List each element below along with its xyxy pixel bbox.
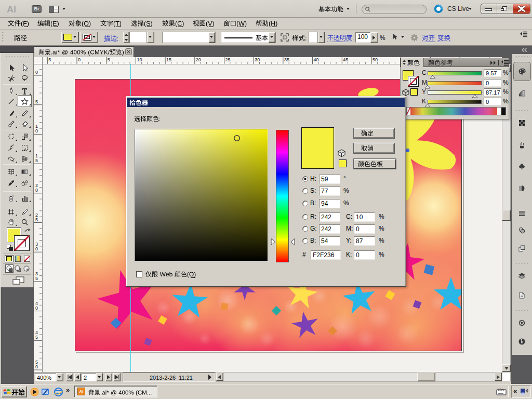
svg-text:10: 10 [137,57,142,62]
svg-text:0: 0 [78,57,81,62]
svg-text:0: 0 [35,246,38,251]
svg-text:30: 30 [255,57,260,62]
svg-text:5: 5 [35,99,38,104]
svg-text:0: 0 [35,128,38,134]
svg-text:5: 5 [35,276,38,281]
svg-text:0: 0 [35,305,38,311]
svg-text:25: 25 [225,57,231,62]
svg-text:5: 5 [108,57,110,62]
svg-text:5: 5 [35,217,38,222]
svg-text:20: 20 [196,57,201,62]
svg-text:5: 5 [35,335,38,340]
svg-text:50: 50 [373,57,378,62]
svg-text:40: 40 [314,57,319,62]
svg-text:0: 0 [35,188,38,193]
svg-text:5: 5 [48,57,51,62]
svg-text:15: 15 [166,57,171,62]
svg-text:5: 5 [35,158,38,163]
svg-text:45: 45 [343,57,348,62]
svg-text:0: 0 [35,70,38,75]
svg-text:35: 35 [284,57,289,62]
svg-text:0: 0 [35,364,38,369]
